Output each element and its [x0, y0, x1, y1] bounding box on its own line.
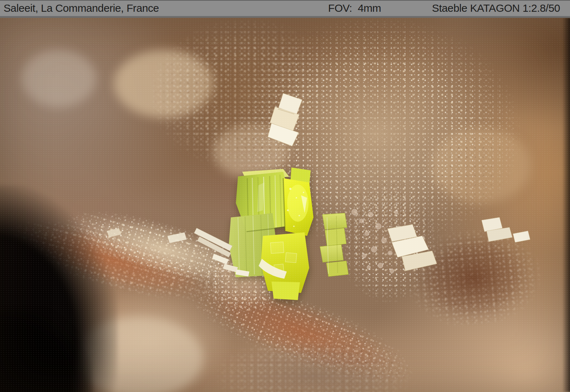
screenshot-root: Saleeit, La Commanderie, France FOV: 4mm…: [0, 0, 570, 392]
specimen-photo: [0, 18, 570, 392]
saleeite-crystal-small: [320, 213, 348, 277]
saleeite-crystal-cluster: [229, 167, 314, 300]
white-crystal-stack-top: [268, 93, 302, 146]
lens-caption: Staeble KATAGON 1:2.8/50: [432, 2, 560, 13]
caption-bar: Saleeit, La Commanderie, France FOV: 4mm…: [0, 0, 570, 18]
crystal-layer: [0, 18, 570, 392]
white-crystal-bits-left: [107, 228, 187, 243]
white-crystal-plates-right: [388, 225, 437, 271]
fov-caption: FOV: 4mm: [328, 2, 381, 13]
white-crystal-flakes-farright: [482, 217, 530, 242]
specimen-caption: Saleeit, La Commanderie, France: [4, 2, 159, 13]
